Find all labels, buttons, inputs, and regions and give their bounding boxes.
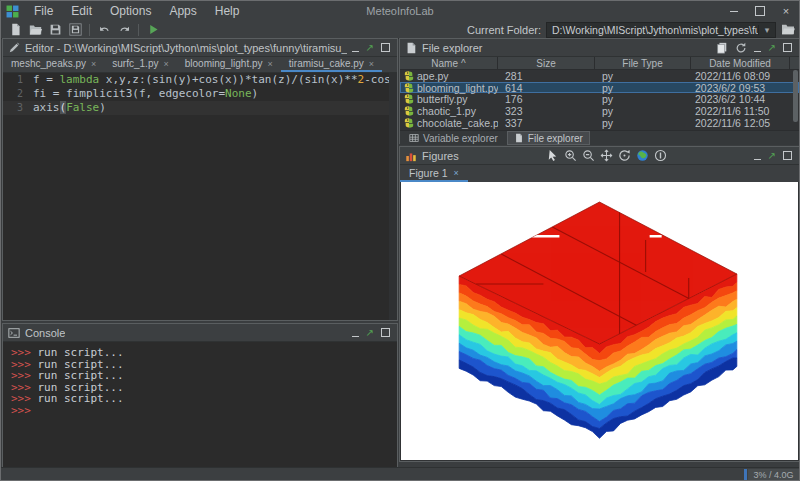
window-controls: ×	[721, 1, 799, 21]
copy-page-icon[interactable]	[716, 42, 728, 54]
line-number: 2	[3, 87, 23, 101]
cell-file-type: py	[595, 117, 691, 129]
editor-panel: Editor - D:\Working\MIScript\Jython\mis\…	[2, 38, 398, 321]
app-logo-icon	[6, 5, 19, 18]
menu-help[interactable]: Help	[206, 1, 249, 21]
pan-icon[interactable]	[599, 149, 613, 163]
menu-options[interactable]: Options	[101, 1, 160, 21]
editor-tab-meshc_peaks-py[interactable]: meshc_peaks.py×	[3, 57, 104, 72]
editor-maximize-icon[interactable]	[381, 42, 390, 54]
editor-tab-label: meshc_peaks.py	[11, 58, 86, 69]
save-icon[interactable]	[46, 22, 64, 37]
identify-icon[interactable]	[653, 149, 667, 163]
menu-bar: FileEditOptionsAppsHelp	[25, 1, 248, 21]
figures-maximize-icon[interactable]	[783, 150, 792, 162]
close-icon[interactable]: ×	[91, 59, 96, 69]
console-maximize-icon[interactable]	[381, 327, 390, 339]
run-icon[interactable]	[144, 22, 162, 37]
console-output[interactable]: >>> run script...>>> run script...>>> ru…	[3, 342, 397, 472]
file-name: butterfly.py	[417, 93, 468, 105]
table-row[interactable]: ape.py281py2022/11/6 08:09	[400, 70, 799, 82]
editor-tab-label: blooming_light.py	[185, 58, 263, 69]
memory-status[interactable]: 3% / 4.0G	[748, 469, 799, 481]
editor-tab-tiramisu_cake-py[interactable]: tiramisu_cake.py×	[281, 57, 382, 72]
rotate-icon[interactable]	[617, 149, 631, 163]
pointer-icon[interactable]	[545, 149, 559, 163]
table-row[interactable]: chaotic_1.py323py2022/11/6 11:50	[400, 105, 799, 117]
window-maximize-icon[interactable]	[747, 1, 773, 21]
console-line-text: run script...	[38, 392, 124, 405]
variable-grid-icon	[409, 133, 419, 143]
tab-variable-explorer[interactable]: Variable explorer	[402, 131, 505, 145]
menu-edit[interactable]: Edit	[62, 1, 101, 21]
console-panel: Console ↗ >>> run script...>>> run scrip…	[2, 323, 398, 467]
refresh-icon[interactable]	[735, 42, 747, 54]
cell-date-modified: 2023/6/2 10:44	[691, 93, 790, 105]
file-explorer-float-icon[interactable]: ↗	[768, 43, 776, 53]
menu-apps[interactable]: Apps	[160, 1, 205, 21]
console-minimize-icon[interactable]	[352, 327, 359, 339]
console-prompt: >>>	[11, 404, 31, 417]
code-editor[interactable]: 1f = lambda x,y,z:(sin(y)+cos(x))*tan(z)…	[3, 73, 397, 320]
close-icon[interactable]: ×	[163, 59, 168, 69]
open-folder-icon[interactable]	[26, 22, 44, 37]
code-token: )	[252, 87, 259, 100]
column-header-name[interactable]: Name^	[400, 57, 498, 69]
undo-icon[interactable]	[95, 22, 113, 37]
file-explorer-maximize-icon[interactable]	[783, 42, 792, 54]
console-header: Console ↗	[3, 324, 397, 342]
file-name: chocolate_cake.py	[417, 117, 498, 129]
console-line: >>> run script...	[11, 393, 397, 405]
column-header-date-modified[interactable]: Date Modified	[691, 57, 790, 69]
file-explorer-title: File explorer	[422, 42, 483, 54]
figures-minimize-icon[interactable]	[754, 150, 761, 162]
code-line-2[interactable]: 2fi = fimplicit3(f, edgecolor=None)	[3, 87, 397, 101]
code-token: lambda	[60, 73, 100, 86]
close-icon[interactable]: ×	[369, 59, 374, 69]
meteoinfolab-window: FileEditOptionsAppsHelp MeteoInfoLab × C…	[0, 0, 800, 481]
column-label: Name	[431, 58, 458, 69]
figures-float-icon[interactable]: ↗	[768, 151, 776, 161]
file-name: chaotic_1.py	[417, 105, 476, 117]
column-header-size[interactable]: Size	[498, 57, 595, 69]
cell-size: 176	[498, 93, 595, 105]
code-line-1[interactable]: 1f = lambda x,y,z:(sin(y)+cos(x))*tan(z)…	[3, 73, 397, 87]
browse-folder-icon[interactable]	[781, 21, 795, 39]
line-number: 1	[3, 73, 23, 87]
main-toolbar: Current Folder: D:\Working\MIScript\Jyth…	[1, 21, 799, 39]
window-close-icon[interactable]: ×	[773, 1, 799, 21]
chevron-down-icon[interactable]: ▾	[758, 25, 775, 35]
close-icon[interactable]: ×	[268, 59, 273, 69]
save-all-icon[interactable]	[66, 22, 84, 37]
console-float-icon[interactable]: ↗	[366, 328, 374, 338]
globe-icon[interactable]	[635, 149, 649, 163]
figure-canvas[interactable]	[401, 182, 798, 460]
editor-tab-surfc_1-py[interactable]: surfc_1.py×	[104, 57, 176, 72]
figure-tab-figure-1[interactable]: Figure 1×	[400, 165, 468, 182]
tab-file-explorer[interactable]: File explorer	[507, 131, 590, 145]
editor-float-icon[interactable]: ↗	[366, 43, 374, 53]
current-folder-dropdown[interactable]: D:\Working\MIScript\Jython\mis\plot_type…	[546, 22, 776, 38]
editor-scrollbar[interactable]	[389, 73, 397, 320]
editor-minimize-icon[interactable]	[352, 42, 359, 54]
redo-icon[interactable]	[115, 22, 133, 37]
terminal-icon	[8, 327, 20, 339]
column-label: File Type	[622, 58, 662, 69]
zoom-out-icon[interactable]	[581, 149, 595, 163]
new-file-icon[interactable]	[6, 22, 24, 37]
close-icon[interactable]: ×	[454, 168, 459, 178]
window-minimize-icon[interactable]	[721, 1, 747, 21]
editor-tab-blooming_light-py[interactable]: blooming_light.py×	[177, 57, 281, 72]
table-row[interactable]: blooming_light.py614py2023/6/2 09:53	[400, 82, 799, 94]
editor-tab-label: tiramisu_cake.py	[289, 58, 364, 69]
file-name: blooming_light.py	[417, 82, 498, 94]
file-explorer-minimize-icon[interactable]	[754, 42, 761, 54]
console-title: Console	[25, 327, 65, 339]
code-line-3[interactable]: 3axis(False)	[3, 101, 397, 115]
column-header-file-type[interactable]: File Type	[595, 57, 691, 69]
table-row[interactable]: chocolate_cake.py337py2022/11/6 12:05	[400, 117, 799, 129]
menu-file[interactable]: File	[25, 1, 62, 21]
table-row[interactable]: butterfly.py176py2023/6/2 10:44	[400, 93, 799, 105]
zoom-in-icon[interactable]	[563, 149, 577, 163]
file-table-scrollbar[interactable]	[793, 70, 798, 122]
